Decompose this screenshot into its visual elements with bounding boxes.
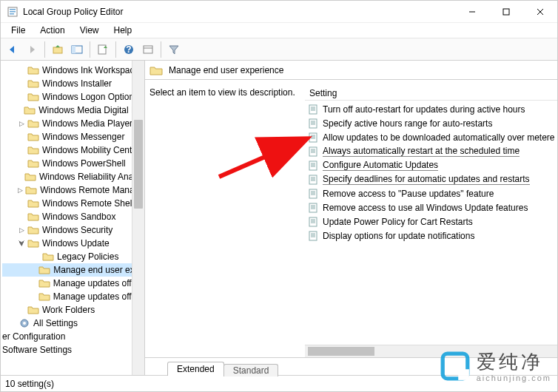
policy-icon [308,175,320,185]
tree-node[interactable]: ▷Windows Security [2,223,144,237]
tree-node[interactable]: er Configuration [2,330,144,343]
list-item[interactable]: Turn off auto-restart for updates during… [305,102,557,116]
expand-icon [17,79,26,88]
svg-rect-8 [53,47,62,53]
svg-rect-2 [10,11,16,13]
folder-icon [27,158,39,169]
maximize-button[interactable] [489,1,523,22]
list-item-configure-automatic-updates[interactable]: Configure Automatic Updates [305,158,557,172]
folder-open-icon [27,238,39,249]
list-item[interactable]: Display options for update notifications [305,229,557,243]
tree-node[interactable]: Software Settings [2,343,144,356]
expand-icon[interactable]: ▷ [17,186,24,195]
list-item[interactable]: Update Power Policy for Cart Restarts [305,214,557,229]
help-button[interactable]: ? [120,41,138,58]
show-hide-tree-button[interactable] [68,41,86,58]
policy-icon [308,146,320,157]
folder-icon [38,278,50,288]
folder-open-icon [149,64,163,76]
collapse-icon[interactable]: ⮟ [17,239,26,248]
expand-icon [17,146,26,155]
close-button[interactable] [523,1,557,22]
status-bar: 10 setting(s) [1,375,557,391]
folder-icon [27,225,39,235]
svg-rect-54 [309,232,317,240]
folder-icon [27,132,39,142]
tree-node[interactable]: Manage updates offere [2,290,144,303]
menu-help[interactable]: Help [108,24,138,37]
tree-node-selected[interactable]: Manage end user expe [2,263,144,277]
list-item[interactable]: Remove access to "Pause updates" feature [305,186,557,200]
list-item[interactable]: Specify active hours range for auto-rest… [305,116,557,130]
toolbar-separator [44,41,45,58]
gpedit-window: Local Group Policy Editor File Action Vi… [0,0,558,392]
back-button[interactable] [4,41,21,58]
menu-view[interactable]: View [74,24,105,37]
expand-icon [17,212,26,221]
scrollbar-thumb[interactable] [308,347,374,356]
list-item[interactable]: Specify deadlines for automatic updates … [305,172,557,186]
svg-rect-14 [144,46,152,53]
tree-node-all-settings[interactable]: All Settings [2,317,144,330]
expand-icon [17,66,26,75]
policy-icon [308,189,320,199]
menu-action[interactable]: Action [34,24,70,37]
expand-icon [17,106,22,115]
properties-button[interactable] [139,41,157,58]
folder-icon [42,251,54,262]
up-button[interactable] [49,41,67,58]
toolbar-separator [115,41,116,58]
folder-open-icon [38,265,50,275]
list-h-scrollbar[interactable] [305,345,557,357]
tree-node[interactable]: Windows Ink Workspace [2,64,144,77]
expand-icon [32,252,41,261]
tree-node[interactable]: ▷Windows Remote Manage [2,183,144,197]
tree-node[interactable]: Manage updates offere [2,277,144,290]
tree-node[interactable]: Windows PowerShell [2,157,144,170]
tree-node[interactable]: Windows Media Digital Rig [2,104,144,117]
tab-standard[interactable]: Standard [223,364,279,376]
list-item[interactable]: Allow updates to be downloaded automatic… [305,130,557,144]
tree-node[interactable]: Work Folders [2,303,144,317]
svg-rect-1 [10,9,16,10]
scrollbar-thumb[interactable] [134,120,143,209]
tree-node[interactable]: Windows Logon Options [2,90,144,104]
tree-node[interactable]: Legacy Policies [2,250,144,263]
expand-icon[interactable]: ▷ [17,226,26,234]
expand-icon[interactable]: ▷ [17,119,26,128]
policy-icon [308,118,320,129]
svg-rect-26 [309,133,317,142]
svg-rect-50 [309,217,317,226]
list-item[interactable]: Remove access to use all Windows Update … [305,200,557,214]
tree-node[interactable]: Windows Mobility Center [2,143,144,157]
tree-node[interactable]: Windows Remote Shell [2,197,144,210]
list-item[interactable]: Always automatically restart at the sche… [305,144,557,158]
tab-strip: Extended Standard [145,357,557,375]
titlebar: Local Group Policy Editor [1,1,557,23]
folder-icon [24,172,36,182]
filter-button[interactable] [165,41,183,58]
export-button[interactable] [94,41,112,58]
minimize-button[interactable] [455,1,489,22]
tree-pane: Windows Ink Workspace Windows Installer … [1,61,145,375]
folder-icon [27,198,39,209]
tab-extended[interactable]: Extended [167,362,224,376]
svg-rect-46 [309,203,317,212]
folder-icon [27,212,39,222]
forward-button[interactable] [23,41,41,58]
expand-icon [32,292,37,301]
tree-node-windows-update[interactable]: ⮟Windows Update [2,237,144,250]
svg-rect-30 [309,147,317,156]
tree-node[interactable]: Windows Installer [2,77,144,90]
expand-icon [32,279,37,288]
svg-rect-34 [309,161,317,170]
tree-node[interactable]: Windows Sandbox [2,210,144,223]
tree-node[interactable]: ▷Windows Media Player [2,117,144,130]
expand-icon [17,199,26,208]
toolbar-separator [90,41,90,58]
column-header-setting[interactable]: Setting [305,86,557,101]
tree-scrollbar[interactable] [132,61,144,375]
menu-file[interactable]: File [5,24,31,37]
tree-node[interactable]: Windows Reliability Analys [2,170,144,183]
tree-node[interactable]: Windows Messenger [2,130,144,143]
